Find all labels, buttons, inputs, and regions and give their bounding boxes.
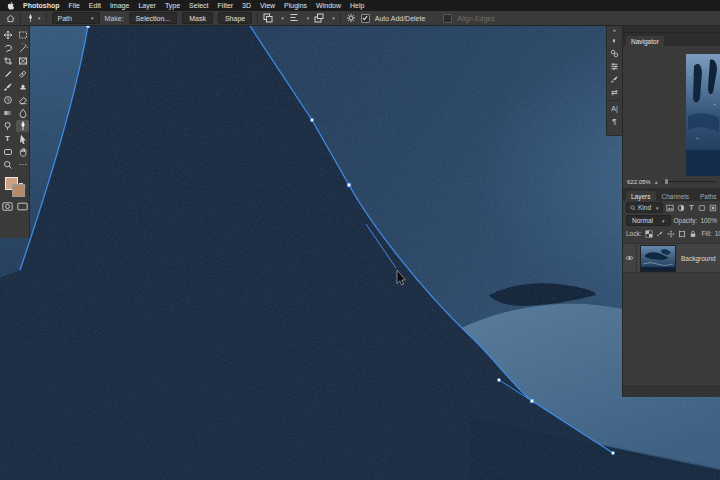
pen-preset-icon[interactable]: ▾ — [26, 13, 41, 23]
apple-logo-icon[interactable] — [7, 2, 14, 10]
menu-image[interactable]: Image — [110, 2, 129, 9]
shape-tool[interactable] — [1, 146, 14, 158]
blur-tool[interactable] — [16, 107, 29, 119]
zoom-out-icon[interactable]: ▲ — [654, 179, 659, 185]
brush-tool[interactable] — [1, 81, 14, 93]
timeline-panel-icon[interactable]: ⇄ — [608, 86, 622, 99]
pen-tool[interactable] — [16, 120, 29, 132]
navigator-preview[interactable] — [686, 54, 720, 176]
clone-stamp-tool[interactable] — [16, 81, 29, 93]
navigator-zoom-value[interactable]: 622.05% — [627, 179, 651, 185]
menu-photoshop[interactable]: Photoshop — [23, 2, 60, 9]
filter-pixel-layers-icon[interactable] — [666, 204, 674, 212]
navigator-zoom-slider[interactable] — [662, 181, 716, 182]
menu-edit[interactable]: Edit — [89, 2, 101, 9]
menu-type[interactable]: Type — [165, 2, 180, 9]
chevron-down-icon: ▾ — [281, 15, 284, 21]
default-colors-icon[interactable] — [19, 175, 26, 181]
layer-thumbnail[interactable] — [640, 245, 676, 272]
tab-layers[interactable]: Layers — [626, 191, 656, 201]
brush-settings-panel-icon[interactable] — [608, 73, 622, 86]
crop-tool[interactable] — [1, 55, 14, 67]
layer-name[interactable]: Background — [681, 255, 716, 262]
tab-navigator[interactable]: Navigator — [626, 36, 664, 46]
gradient-tool[interactable] — [1, 107, 14, 119]
navigator-panel: Navigator 622.05% ▲ — [622, 26, 720, 188]
tool-mode-select[interactable]: Path▾ — [52, 12, 100, 24]
clone-source-panel-icon[interactable] — [608, 47, 622, 60]
frame-tool[interactable] — [16, 55, 29, 67]
chevron-down-icon: ▾ — [91, 15, 94, 21]
filter-shape-layers-icon[interactable] — [698, 204, 706, 212]
zoom-tool[interactable] — [1, 159, 14, 171]
quick-mask-icon[interactable] — [1, 201, 14, 213]
filter-adjustment-layers-icon[interactable] — [677, 204, 685, 212]
filter-type-layers-icon[interactable]: T — [688, 204, 695, 211]
type-tool[interactable]: T — [1, 133, 14, 145]
align-edges-checkbox[interactable] — [443, 14, 452, 23]
eyedropper-tool[interactable] — [1, 68, 14, 80]
eraser-tool[interactable] — [16, 94, 29, 106]
opacity-value[interactable]: 100% — [700, 217, 717, 224]
more-tools-icon[interactable]: ⋯ — [16, 159, 29, 171]
lock-artboard-icon[interactable] — [678, 230, 686, 238]
chevron-down-icon: ▾ — [38, 15, 41, 21]
make-shape-button[interactable]: Shape — [218, 12, 252, 24]
blend-mode-select[interactable]: Normal▾ — [626, 215, 671, 226]
collapsed-panel-dock: « ◐ ⇄ A| ¶ — [606, 26, 622, 136]
make-selection-button[interactable]: Selection... — [129, 12, 178, 24]
object-selection-tool[interactable] — [16, 42, 29, 54]
path-operations-icon[interactable] — [263, 13, 273, 23]
history-brush-tool[interactable] — [1, 94, 14, 106]
make-mask-button[interactable]: Mask — [182, 12, 213, 24]
path-selection-tool[interactable] — [16, 133, 29, 145]
background-color-swatch[interactable] — [12, 184, 25, 197]
hand-tool[interactable] — [16, 146, 29, 158]
menu-filter[interactable]: Filter — [218, 2, 234, 9]
anchor-point — [347, 183, 351, 187]
lock-position-icon[interactable] — [667, 230, 675, 238]
anchor-point — [530, 399, 534, 403]
character-panel-icon[interactable]: A| — [608, 102, 622, 115]
menu-window[interactable]: Window — [316, 2, 341, 9]
screen-mode-icon[interactable] — [16, 201, 29, 213]
menu-file[interactable]: File — [69, 2, 80, 9]
lasso-tool[interactable] — [1, 42, 14, 54]
layer-visibility-toggle[interactable] — [623, 244, 637, 272]
make-label: Make: — [105, 15, 124, 22]
filter-smart-objects-icon[interactable] — [709, 204, 717, 212]
menu-help[interactable]: Help — [350, 2, 364, 9]
gear-icon[interactable] — [346, 13, 356, 23]
move-tool[interactable] — [1, 29, 14, 41]
lock-all-icon[interactable] — [689, 230, 697, 238]
collapse-dock-icon[interactable]: « — [613, 26, 616, 34]
menu-plugins[interactable]: Plugins — [284, 2, 307, 9]
path-arrangement-icon[interactable] — [314, 13, 324, 23]
lock-image-icon[interactable] — [656, 230, 664, 238]
menu-3d[interactable]: 3D — [242, 2, 251, 9]
fill-value[interactable]: 100% — [715, 230, 720, 237]
layers-panel: Layers Channels Paths Kind ▾ T Normal▾ O… — [622, 188, 720, 397]
layer-row-background[interactable]: Background — [623, 243, 720, 273]
layer-filter-search[interactable]: Kind ▾ — [626, 202, 663, 213]
dock-divider — [609, 100, 621, 101]
eye-icon — [625, 255, 634, 261]
menu-layer[interactable]: Layer — [138, 2, 156, 9]
menu-bar: Photoshop File Edit Image Layer Type Sel… — [0, 0, 720, 11]
tab-channels[interactable]: Channels — [657, 191, 694, 201]
tab-paths[interactable]: Paths — [695, 191, 720, 201]
menu-view[interactable]: View — [260, 2, 275, 9]
anchor-point — [86, 26, 90, 28]
lock-transparency-icon[interactable] — [645, 230, 653, 238]
dodge-tool[interactable] — [1, 120, 14, 132]
menu-select[interactable]: Select — [189, 2, 208, 9]
healing-brush-tool[interactable] — [16, 68, 29, 80]
path-alignment-icon[interactable] — [289, 13, 299, 23]
auto-add-delete-checkbox[interactable] — [361, 14, 370, 23]
marquee-tool[interactable] — [16, 29, 29, 41]
adjustments-panel-icon[interactable]: ◐ — [608, 34, 622, 47]
properties-panel-icon[interactable] — [608, 60, 622, 73]
paragraph-panel-icon[interactable]: ¶ — [608, 115, 622, 128]
color-swatches[interactable] — [4, 175, 26, 197]
home-icon[interactable] — [6, 14, 15, 23]
